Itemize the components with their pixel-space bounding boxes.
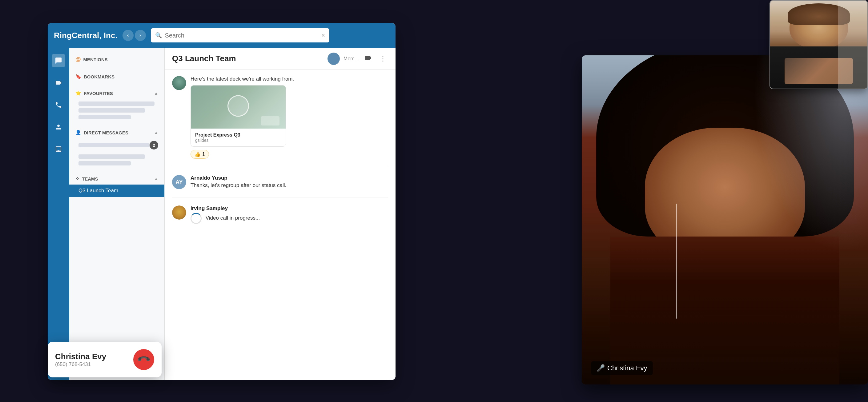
video-caller-name: Christina Evy <box>607 364 647 372</box>
message-1: Here's the latest deck we're all working… <box>172 76 388 159</box>
sidebar-icon-inbox[interactable] <box>52 142 65 156</box>
member-avatar <box>328 53 340 65</box>
forward-button[interactable]: › <box>135 30 146 41</box>
sender-name-3: Irving Sampley <box>190 205 388 212</box>
message-3: Irving Sampley Video call in progress... <box>172 205 388 224</box>
reaction-count: 1 <box>202 152 205 157</box>
chat-header: Q3 Launch Team Mem... ⋮ <box>165 48 396 70</box>
nav-arrows: ‹ › <box>123 30 146 41</box>
more-options-button[interactable]: ⋮ <box>378 53 388 65</box>
message-body-2: Arnaldo Yusup Thanks, let's regroup afte… <box>190 175 388 189</box>
teams-header[interactable]: ⁘ TEAMS ▲ <box>69 173 164 185</box>
file-card-type: gslides <box>195 138 281 143</box>
file-card-info: Project Express Q3 gslides <box>191 129 286 146</box>
video-name-badge: 🎤 Christina Evy <box>591 361 653 375</box>
bookmarks-title: 🔖 BOOKMARKS <box>75 74 115 79</box>
chat-messages: Here's the latest deck we're all working… <box>165 70 396 380</box>
direct-messages-header[interactable]: 👤 DIRECT MESSAGES ▲ <box>69 127 164 138</box>
mentions-section: @ MENTIONS <box>69 51 164 68</box>
dm-badge: 2 <box>150 141 158 149</box>
search-icon: 🔍 <box>155 32 162 39</box>
reaction-thumbsup[interactable]: 👍 1 <box>190 150 209 159</box>
teams-icon: ⁘ <box>75 176 80 181</box>
sidebar-icon-video[interactable] <box>52 76 65 90</box>
header-bar: RingCentral, Inc. ‹ › 🔍 ✕ <box>48 23 396 48</box>
at-icon: @ <box>75 56 81 63</box>
file-card-image <box>191 86 286 129</box>
direct-messages-title: 👤 DIRECT MESSAGES <box>75 130 128 135</box>
bookmarks-header[interactable]: 🔖 BOOKMARKS <box>69 71 164 82</box>
sidebar-icon-contacts[interactable] <box>52 120 65 134</box>
video-call-overlay: 🎤 Christina Evy <box>582 55 868 384</box>
teams-title: ⁘ TEAMS <box>75 176 98 181</box>
nav-item-q3-launch[interactable]: Q3 Launch Team <box>69 185 164 197</box>
caller-info: Christina Evy (650) 768-5431 <box>55 352 106 368</box>
message-divider-1 <box>172 167 388 167</box>
mic-icon: 🎤 <box>596 364 605 372</box>
small-video-inner <box>770 1 867 89</box>
nav-panel: @ MENTIONS 🔖 BOOKMARKS ⭐ FAVO <box>69 48 165 380</box>
chat-actions: Mem... ⋮ <box>328 52 388 66</box>
direct-messages-section: 👤 DIRECT MESSAGES ▲ 2 <box>69 124 164 170</box>
search-bar: 🔍 ✕ <box>151 28 329 42</box>
end-call-button[interactable]: 📞 <box>133 349 154 370</box>
earphone-wire <box>676 204 677 319</box>
avatar-msg2: AY <box>172 175 186 189</box>
app-window: RingCentral, Inc. ‹ › 🔍 ✕ <box>48 23 396 380</box>
man-bg-wall <box>838 1 867 89</box>
caller-number: (650) 768-5431 <box>55 361 106 368</box>
teams-section: ⁘ TEAMS ▲ Q3 Launch Team <box>69 170 164 199</box>
q3-launch-label: Q3 Launch Team <box>79 188 118 194</box>
favourites-placeholder-3 <box>79 115 131 119</box>
dm-placeholder-3 <box>79 161 131 165</box>
star-icon: ⭐ <box>75 91 81 96</box>
bookmark-icon: 🔖 <box>75 74 81 79</box>
small-video <box>770 0 868 89</box>
reaction-emoji: 👍 <box>194 151 201 157</box>
chat-area: Q3 Launch Team Mem... ⋮ H <box>165 48 396 380</box>
file-card-name: Project Express Q3 <box>195 132 281 138</box>
dm-placeholder-2 <box>79 155 145 159</box>
main-content: @ MENTIONS 🔖 BOOKMARKS ⭐ FAVO <box>48 48 396 380</box>
message-text-3: Video call in progress... <box>190 213 388 224</box>
favourites-section: ⭐ FAVOURITES ▲ <box>69 85 164 124</box>
favourites-chevron: ▲ <box>154 91 158 96</box>
incoming-call-notification: Christina Evy (650) 768-5431 📞 <box>48 342 162 377</box>
message-body-3: Irving Sampley Video call in progress... <box>190 205 388 224</box>
teams-chevron: ▲ <box>154 176 158 181</box>
phone-end-icon: 📞 <box>136 352 151 367</box>
person-icon: 👤 <box>75 130 81 135</box>
direct-messages-chevron: ▲ <box>154 130 158 135</box>
favourites-title: ⭐ FAVOURITES <box>75 91 113 96</box>
sidebar-icon-phone[interactable] <box>52 98 65 112</box>
app-title: RingCentral, Inc. <box>54 31 118 40</box>
chat-title: Q3 Launch Team <box>172 54 236 63</box>
message-body-1: Here's the latest deck we're all working… <box>190 76 388 159</box>
message-2: AY Arnaldo Yusup Thanks, let's regroup a… <box>172 175 388 189</box>
sidebar-icon-chat[interactable] <box>52 54 65 67</box>
file-card[interactable]: Project Express Q3 gslides <box>190 85 286 147</box>
avatar-msg3 <box>172 205 186 220</box>
icon-sidebar <box>48 48 69 380</box>
video-call-button[interactable] <box>362 52 374 66</box>
sender-name-2: Arnaldo Yusup <box>190 175 388 181</box>
message-text-1: Here's the latest deck we're all working… <box>190 76 388 82</box>
bookmarks-section: 🔖 BOOKMARKS <box>69 68 164 85</box>
search-input[interactable] <box>165 32 318 39</box>
search-clear-button[interactable]: ✕ <box>321 33 325 38</box>
dm-placeholder-1 <box>79 143 150 147</box>
message-text-2: Thanks, let's regroup after our status c… <box>190 182 388 189</box>
caller-name: Christina Evy <box>55 352 106 361</box>
favourites-placeholder-1 <box>79 101 155 106</box>
favourites-placeholder-2 <box>79 108 145 112</box>
video-main: 🎤 Christina Evy <box>582 55 868 384</box>
back-button[interactable]: ‹ <box>123 30 133 41</box>
video-loading-spinner <box>190 213 202 224</box>
mentions-header[interactable]: @ MENTIONS <box>69 53 164 66</box>
members-hint: Mem... <box>343 56 359 62</box>
favourites-header[interactable]: ⭐ FAVOURITES ▲ <box>69 87 164 99</box>
avatar-msg1 <box>172 76 186 90</box>
mentions-title: @ MENTIONS <box>75 56 108 63</box>
